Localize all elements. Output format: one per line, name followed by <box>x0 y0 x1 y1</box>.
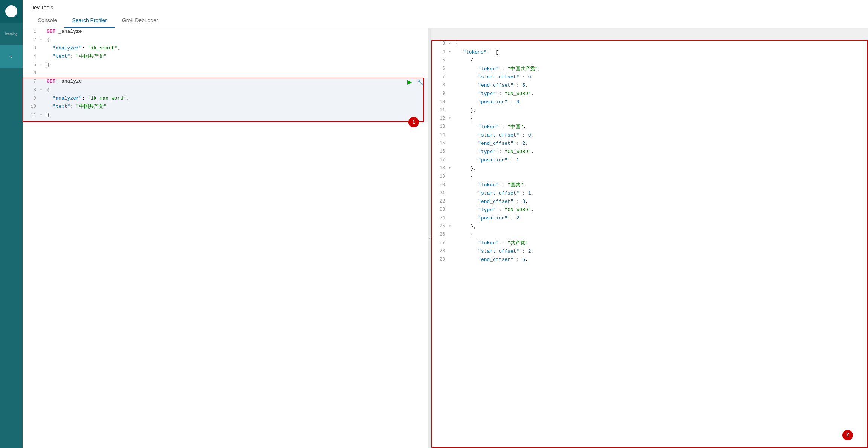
code-line-8: 8 ▾ { <box>23 86 428 95</box>
code-line-4: 4 "text": "中国共产党" <box>23 53 428 61</box>
resp-line-10: 10 "position" : 0 <box>431 98 868 106</box>
resp-line-22: 22 "end_offset" : 3, <box>431 198 868 206</box>
code-editor[interactable]: 1 GET _analyze 2 ▾ { 3 <box>23 28 428 448</box>
code-line-1: 1 GET _analyze <box>23 28 428 36</box>
resp-line-20: 20 "token" : "国共", <box>431 181 868 189</box>
header: Dev Tools Console Search Profiler Grok D… <box>23 0 868 28</box>
resp-line-12: 12 ▾ { <box>431 115 868 123</box>
resp-line-7: 7 "start_offset" : 0, <box>431 73 868 81</box>
main-content: Dev Tools Console Search Profiler Grok D… <box>23 0 868 448</box>
method-keyword-1: GET <box>47 29 55 34</box>
resp-line-9: 9 "type" : "CN_WORD", <box>431 90 868 98</box>
resp-line-4: 4 ▾ "tokens" : [ <box>431 48 868 57</box>
resp-line-3: 3 ▾ { <box>431 40 868 48</box>
sidebar-item-e[interactable]: e <box>0 45 23 68</box>
path-1: _analyze <box>58 29 82 34</box>
tab-console[interactable]: Console <box>30 14 64 28</box>
resp-line-15: 15 "end_offset" : 2, <box>431 140 868 148</box>
resp-line-11: 11 }, <box>431 106 868 115</box>
code-line-11: 11 ▾ } <box>23 111 428 122</box>
tabs: Console Search Profiler Grok Debugger <box>30 14 860 28</box>
resp-line-6: 6 "token" : "中国共产党", <box>431 65 868 73</box>
resp-line-28: 28 "start_offset" : 2, <box>431 247 868 256</box>
annotation-1: 1 <box>408 117 419 127</box>
left-editor-panel: 1 GET _analyze 2 ▾ { 3 <box>23 28 428 448</box>
resp-line-29: 29 "end_offset" : 5, <box>431 256 868 264</box>
annotation-2: 2 <box>842 430 853 440</box>
tab-grok-debugger[interactable]: Grok Debugger <box>115 14 166 28</box>
resp-line-17: 17 "position" : 1 <box>431 156 868 164</box>
logo-icon <box>5 5 17 17</box>
line-actions: ▶ 🔧 <box>406 78 425 86</box>
method-keyword-2: GET <box>47 78 55 84</box>
resp-line-19: 19 { <box>431 173 868 181</box>
code-line-3: 3 "analyzer": "ik_smart", <box>23 44 428 53</box>
resp-line-5: 5 { <box>431 57 868 65</box>
resp-line-25: 25 ▾ }, <box>431 222 868 231</box>
run-button[interactable]: ▶ <box>406 78 413 86</box>
app-title: Dev Tools <box>30 0 860 14</box>
code-line-5: 5 ▾ } <box>23 61 428 69</box>
resp-line-13: 13 "token" : "中国", <box>431 123 868 131</box>
sidebar: learning e <box>0 0 23 448</box>
resp-line-21: 21 "start_offset" : 1, <box>431 189 868 198</box>
response-body[interactable]: 2 3 ▾ { 4 ▾ "tokens" : [ <box>431 40 868 448</box>
panel-divider[interactable]: ⋮ <box>428 28 431 448</box>
code-line-6: 6 <box>23 69 428 78</box>
sidebar-item-learning-label: learning <box>5 32 17 36</box>
tab-search-profiler[interactable]: Search Profiler <box>64 14 115 28</box>
code-line-9: 9 "analyzer": "ik_max_word", <box>23 95 428 103</box>
sidebar-item-e-label: e <box>10 55 12 59</box>
response-header <box>431 28 868 40</box>
resp-line-27: 27 "token" : "共产党", <box>431 239 868 247</box>
code-line-2: 2 ▾ { <box>23 36 428 44</box>
editor-container: 1 GET _analyze 2 ▾ { 3 <box>23 28 868 448</box>
path-2: _analyze <box>58 78 82 84</box>
resp-line-8: 8 "end_offset" : 5, <box>431 81 868 90</box>
sidebar-item-learning[interactable]: learning <box>0 23 23 45</box>
resp-line-24: 24 "position" : 2 <box>431 214 868 222</box>
right-response-panel: 2 3 ▾ { 4 ▾ "tokens" : [ <box>431 28 868 448</box>
resp-line-16: 16 "type" : "CN_WORD", <box>431 148 868 156</box>
resp-line-18: 18 ▾ }, <box>431 164 868 173</box>
wrench-button[interactable]: 🔧 <box>416 78 425 86</box>
resp-line-26: 26 { <box>431 231 868 239</box>
code-line-7: 7 GET _analyze ▶ 🔧 <box>23 78 428 86</box>
code-line-10: 10 "text": "中国共产党" <box>23 103 428 111</box>
sidebar-logo <box>0 0 23 23</box>
resp-line-14: 14 "start_offset" : 0, <box>431 131 868 140</box>
line-num-1: 1 <box>26 28 36 35</box>
resp-line-23: 23 "type" : "CN_WORD", <box>431 206 868 214</box>
